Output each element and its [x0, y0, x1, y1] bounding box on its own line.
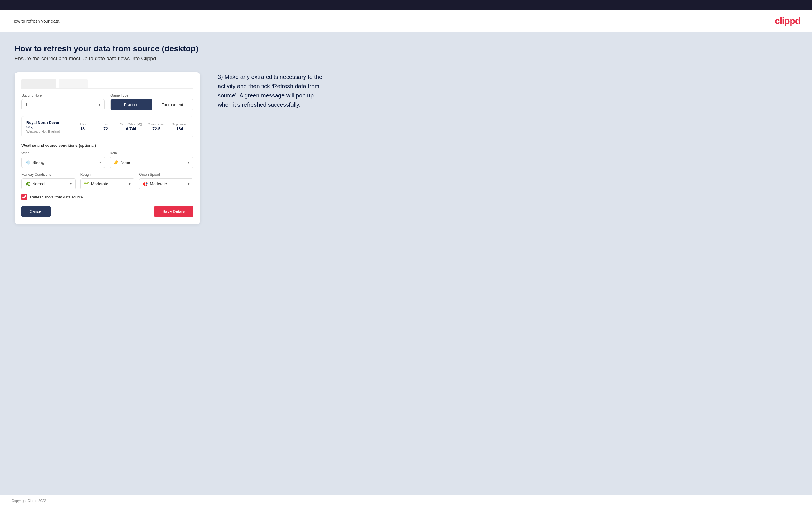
content-area: Starting Hole 1 ▼ Game Type Practice Tou… — [14, 72, 798, 224]
green-group: Green Speed 🎯 Moderate ▼ — [139, 173, 193, 189]
starting-hole-value: 1 — [25, 102, 28, 107]
page-subheading: Ensure the correct and most up to date d… — [14, 56, 798, 62]
rough-value: Moderate — [91, 181, 108, 186]
game-type-toggle: Practice Tournament — [110, 99, 193, 110]
rain-select[interactable]: ☀️ None ▼ — [110, 157, 193, 168]
slope-rating-label: Slope rating — [171, 123, 189, 126]
wind-group: Wind 💨 Strong ▼ — [21, 151, 105, 168]
fairway-rough-green-row: Fairway Conditions 🌿 Normal ▼ Rough 🌱 — [21, 173, 193, 189]
conditions-section-title: Weather and course conditions (optional) — [21, 143, 193, 148]
form-card: Starting Hole 1 ▼ Game Type Practice Tou… — [14, 72, 200, 224]
tab-placeholder-2 — [59, 79, 88, 89]
fairway-arrow-icon: ▼ — [69, 182, 72, 186]
fairway-select[interactable]: 🌿 Normal ▼ — [21, 178, 76, 189]
side-note: 3) Make any extra edits necessary to the… — [218, 72, 328, 109]
logo: clippd — [775, 16, 800, 26]
holes-stat: Holes 18 — [74, 123, 91, 131]
rough-select[interactable]: 🌱 Moderate ▼ — [81, 178, 135, 189]
top-bar — [0, 0, 812, 10]
starting-hole-label: Starting Hole — [21, 94, 104, 98]
save-details-button[interactable]: Save Details — [154, 206, 193, 217]
starting-hole-group: Starting Hole 1 ▼ — [21, 94, 104, 110]
course-rating-value: 72.5 — [148, 126, 165, 131]
green-icon: 🎯 — [143, 181, 148, 186]
starting-hole-select[interactable]: 1 ▼ — [21, 99, 104, 110]
wind-icon: 💨 — [25, 160, 30, 165]
main-content: How to refresh your data from source (de… — [0, 33, 812, 495]
refresh-label: Refresh shots from data source — [30, 195, 83, 199]
practice-button[interactable]: Practice — [111, 100, 152, 110]
header-title: How to refresh your data — [12, 18, 59, 23]
game-type-label: Game Type — [110, 94, 193, 98]
wind-select[interactable]: 💨 Strong ▼ — [21, 157, 105, 168]
fairway-group: Fairway Conditions 🌿 Normal ▼ — [21, 173, 76, 189]
wind-value: Strong — [32, 160, 44, 165]
rain-value: None — [120, 160, 130, 165]
wind-arrow-icon: ▼ — [98, 160, 102, 164]
yards-label: Yards/White (M)) — [120, 123, 142, 126]
copyright-text: Copyright Clippd 2022 — [12, 499, 46, 503]
wind-rain-row: Wind 💨 Strong ▼ Rain ☀️ None — [21, 151, 193, 168]
course-name: Royal North Devon GC, — [27, 120, 68, 129]
holes-value: 18 — [74, 126, 91, 131]
fairway-label: Fairway Conditions — [21, 173, 76, 177]
rain-icon: ☀️ — [113, 160, 118, 165]
starting-hole-arrow-icon: ▼ — [98, 103, 101, 107]
refresh-checkbox-row: Refresh shots from data source — [21, 194, 193, 200]
rough-group: Rough 🌱 Moderate ▼ — [81, 173, 135, 189]
course-rating-label: Course rating — [148, 123, 165, 126]
course-name-col: Royal North Devon GC, Westward Ho!, Engl… — [27, 120, 68, 133]
game-type-group: Game Type Practice Tournament — [110, 94, 193, 110]
yards-value: 6,744 — [120, 126, 142, 131]
fairway-icon: 🌿 — [25, 181, 30, 186]
green-arrow-icon: ▼ — [187, 182, 190, 186]
par-label: Par — [97, 123, 114, 126]
rain-group: Rain ☀️ None ▼ — [110, 151, 193, 168]
refresh-checkbox[interactable] — [21, 194, 27, 200]
par-stat: Par 72 — [97, 123, 114, 131]
holes-label: Holes — [74, 123, 91, 126]
tab-area — [21, 79, 193, 89]
rough-arrow-icon: ▼ — [128, 182, 131, 186]
slope-rating-value: 134 — [171, 126, 189, 131]
cancel-button[interactable]: Cancel — [21, 206, 51, 217]
yards-stat: Yards/White (M)) 6,744 — [120, 123, 142, 131]
header: How to refresh your data clippd — [0, 10, 812, 33]
green-label: Green Speed — [139, 173, 193, 177]
green-select[interactable]: 🎯 Moderate ▼ — [139, 178, 193, 189]
par-value: 72 — [97, 126, 114, 131]
rough-icon: 🌱 — [84, 181, 89, 186]
rain-label: Rain — [110, 151, 193, 155]
rough-label: Rough — [81, 173, 135, 177]
tournament-button[interactable]: Tournament — [152, 100, 193, 110]
rain-arrow-icon: ▼ — [187, 160, 190, 164]
green-value: Moderate — [150, 181, 167, 186]
course-location: Westward Ho!, England — [27, 130, 68, 133]
wind-label: Wind — [21, 151, 105, 155]
page-heading: How to refresh your data from source (de… — [14, 44, 798, 53]
footer: Copyright Clippd 2022 — [0, 495, 812, 507]
tab-placeholder-1 — [21, 79, 56, 89]
step-text: 3) Make any extra edits necessary to the… — [218, 72, 328, 109]
starting-game-row: Starting Hole 1 ▼ Game Type Practice Tou… — [21, 94, 193, 110]
course-info-row: Royal North Devon GC, Westward Ho!, Engl… — [21, 116, 193, 137]
fairway-value: Normal — [32, 181, 45, 186]
slope-rating-stat: Slope rating 134 — [171, 123, 189, 131]
button-row: Cancel Save Details — [21, 206, 193, 217]
course-rating-stat: Course rating 72.5 — [148, 123, 165, 131]
